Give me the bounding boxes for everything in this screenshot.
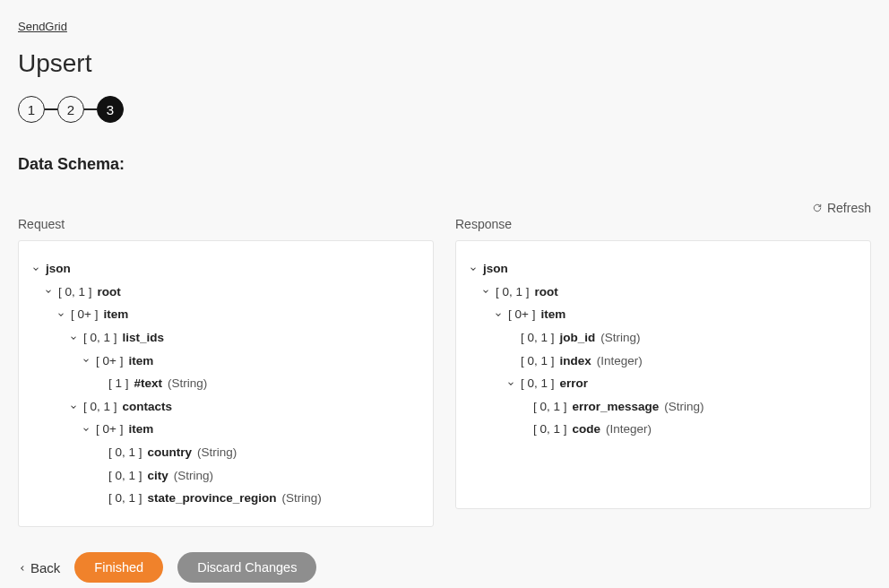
tree-cardinality: [ 0, 1 ]: [521, 372, 555, 395]
tree-cardinality: [ 0, 1 ]: [533, 395, 567, 419]
request-tree-row: [ 0, 1 ]state_province_region(String): [31, 487, 420, 510]
tree-node-name: item: [128, 418, 153, 441]
response-tree-row: [ 0, 1 ]error_message(String): [469, 395, 858, 419]
request-tree-row: [ 0, 1 ]list_ids: [31, 326, 420, 350]
refresh-icon: [813, 203, 822, 212]
request-tree-row: [ 0, 1 ]country(String): [31, 441, 420, 464]
chevron-down-icon[interactable]: [31, 264, 40, 273]
response-tree-row: [ 0, 1 ]root: [469, 281, 858, 304]
tree-cardinality: [ 0, 1 ]: [521, 326, 555, 350]
tree-node-name: code: [573, 418, 601, 441]
response-tree-row: [ 0, 1 ]code(Integer): [469, 418, 858, 441]
chevron-down-icon[interactable]: [494, 310, 503, 319]
tree-node-type: (String): [600, 326, 640, 350]
chevron-left-icon: [18, 560, 27, 575]
tree-node-type: (String): [168, 372, 207, 395]
tree-cardinality: [ 0, 1 ]: [533, 418, 567, 441]
tree-node-type: (String): [174, 464, 213, 488]
request-tree-row: [ 0+ ]item: [31, 350, 420, 373]
chevron-down-icon[interactable]: [69, 402, 78, 411]
tree-node-name: item: [103, 303, 128, 326]
discard-button[interactable]: Discard Changes: [177, 552, 316, 583]
tree-cardinality: [ 0+ ]: [96, 350, 123, 373]
section-title: Data Schema:: [18, 155, 871, 174]
page-title: Upsert: [18, 49, 871, 78]
tree-cardinality: [ 0, 1 ]: [83, 395, 117, 419]
step-1[interactable]: 1: [18, 96, 45, 123]
tree-node-name: state_province_region: [148, 487, 277, 510]
tree-node-name: contacts: [123, 395, 173, 419]
step-connector: [84, 108, 97, 110]
tree-node-name: #text: [134, 372, 163, 395]
tree-cardinality: [ 0, 1 ]: [108, 441, 142, 464]
request-tree-row: [ 0+ ]item: [31, 418, 420, 441]
tree-node-name: list_ids: [123, 326, 165, 350]
tree-cardinality: [ 0, 1 ]: [108, 487, 142, 510]
chevron-down-icon[interactable]: [82, 356, 91, 365]
tree-cardinality: [ 1 ]: [108, 372, 129, 395]
request-tree-row: [ 1 ]#text(String): [31, 372, 420, 395]
back-label: Back: [30, 560, 60, 575]
request-tree-row: json: [31, 257, 420, 281]
back-button[interactable]: Back: [18, 560, 60, 575]
refresh-label: Refresh: [827, 201, 871, 215]
breadcrumb-link[interactable]: SendGrid: [18, 20, 67, 33]
tree-node-name: item: [128, 350, 153, 373]
step-2[interactable]: 2: [57, 96, 84, 123]
tree-cardinality: [ 0, 1 ]: [496, 281, 530, 304]
request-tree-row: [ 0, 1 ]city(String): [31, 464, 420, 488]
chevron-down-icon[interactable]: [506, 379, 515, 388]
tree-node-name: city: [148, 464, 168, 488]
tree-node-type: (String): [282, 487, 322, 510]
tree-node-name: item: [540, 303, 565, 326]
tree-node-name: error: [560, 372, 589, 395]
tree-node-name: root: [98, 281, 121, 304]
chevron-down-icon[interactable]: [69, 333, 78, 342]
tree-node-type: (Integer): [606, 418, 652, 441]
tree-cardinality: [ 0, 1 ]: [521, 350, 555, 373]
request-tree-row: [ 0, 1 ]contacts: [31, 395, 420, 419]
request-column: Request json[ 0, 1 ]root[ 0+ ]item[ 0, 1…: [18, 217, 434, 527]
chevron-down-icon[interactable]: [44, 287, 53, 296]
response-tree-row: [ 0, 1 ]index(Integer): [469, 350, 858, 373]
tree-node-name: job_id: [560, 326, 596, 350]
tree-cardinality: [ 0, 1 ]: [58, 281, 92, 304]
step-3[interactable]: 3: [97, 96, 124, 123]
request-label: Request: [18, 217, 434, 231]
tree-cardinality: [ 0+ ]: [508, 303, 535, 326]
response-tree-row: json: [469, 257, 858, 281]
tree-node-name: index: [560, 350, 591, 373]
tree-node-type: (String): [197, 441, 237, 464]
response-tree-row: [ 0+ ]item: [469, 303, 858, 326]
response-column: Response json[ 0, 1 ]root[ 0+ ]item[ 0, …: [455, 217, 871, 527]
request-tree-row: [ 0, 1 ]root: [31, 281, 420, 304]
response-tree-row: [ 0, 1 ]error: [469, 372, 858, 395]
tree-cardinality: [ 0+ ]: [71, 303, 98, 326]
chevron-down-icon[interactable]: [481, 287, 490, 296]
tree-cardinality: [ 0, 1 ]: [108, 464, 142, 488]
response-label: Response: [455, 217, 871, 231]
tree-node-name: country: [148, 441, 193, 464]
tree-node-name: error_message: [573, 395, 660, 419]
response-tree-row: [ 0, 1 ]job_id(String): [469, 326, 858, 350]
tree-node-name: json: [46, 257, 71, 281]
refresh-button[interactable]: Refresh: [813, 201, 871, 215]
tree-node-name: json: [483, 257, 508, 281]
chevron-down-icon[interactable]: [469, 264, 478, 273]
stepper: 123: [18, 96, 871, 123]
request-panel: json[ 0, 1 ]root[ 0+ ]item[ 0, 1 ]list_i…: [18, 240, 434, 527]
tree-cardinality: [ 0+ ]: [96, 418, 123, 441]
chevron-down-icon[interactable]: [82, 425, 91, 434]
chevron-down-icon[interactable]: [56, 310, 65, 319]
step-connector: [45, 108, 57, 110]
tree-node-type: (Integer): [597, 350, 643, 373]
tree-cardinality: [ 0, 1 ]: [83, 326, 117, 350]
tree-node-type: (String): [664, 395, 703, 419]
response-panel: json[ 0, 1 ]root[ 0+ ]item[ 0, 1 ]job_id…: [455, 240, 871, 509]
tree-node-name: root: [535, 281, 558, 304]
finished-button[interactable]: Finished: [74, 552, 163, 583]
bottom-bar: Back Finished Discard Changes: [18, 552, 871, 583]
request-tree-row: [ 0+ ]item: [31, 303, 420, 326]
